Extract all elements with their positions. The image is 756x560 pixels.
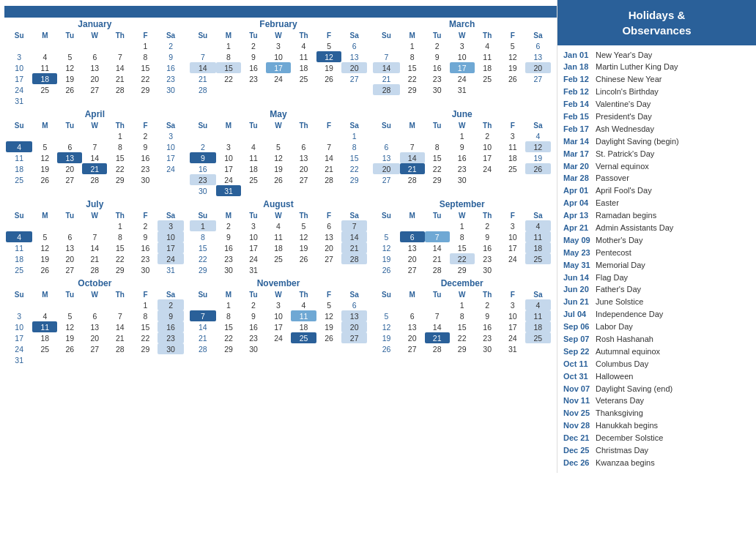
calendar-day[interactable]: 15 (133, 62, 158, 73)
calendar-day[interactable]: 22 (107, 163, 133, 174)
calendar-day[interactable] (525, 84, 551, 95)
calendar-day[interactable]: 19 (373, 253, 399, 264)
calendar-day[interactable]: 1 (133, 40, 158, 51)
calendar-day[interactable]: 3 (158, 220, 183, 231)
calendar-day[interactable]: 19 (32, 253, 57, 264)
calendar-day[interactable]: 15 (133, 321, 158, 332)
calendar-day[interactable]: 3 (450, 40, 475, 51)
calendar-day[interactable]: 5 (316, 40, 341, 51)
calendar-day[interactable]: 14 (190, 62, 216, 73)
calendar-day[interactable]: 24 (266, 332, 291, 343)
calendar-day[interactable]: 27 (373, 174, 399, 185)
calendar-day[interactable] (475, 174, 500, 185)
calendar-day[interactable]: 10 (266, 310, 291, 321)
calendar-day[interactable]: 21 (82, 163, 107, 174)
calendar-day[interactable]: 13 (373, 152, 399, 163)
calendar-day[interactable]: 28 (82, 174, 107, 185)
calendar-day[interactable]: 13 (341, 310, 367, 321)
calendar-day[interactable] (316, 343, 341, 354)
calendar-day[interactable]: 29 (425, 174, 450, 185)
calendar-day[interactable]: 1 (216, 299, 241, 310)
calendar-day[interactable]: 19 (291, 242, 316, 253)
calendar-day[interactable]: 18 (241, 163, 266, 174)
calendar-day[interactable]: 27 (341, 332, 367, 343)
calendar-day[interactable]: 3 (241, 220, 266, 231)
calendar-day[interactable]: 13 (400, 242, 425, 253)
calendar-day[interactable]: 7 (82, 231, 107, 242)
calendar-day[interactable]: 10 (450, 51, 475, 62)
calendar-day[interactable]: 6 (82, 310, 107, 321)
calendar-day[interactable]: 3 (266, 299, 291, 310)
calendar-day[interactable] (82, 130, 107, 141)
calendar-day[interactable]: 11 (266, 231, 291, 242)
calendar-day[interactable]: 2 (190, 141, 216, 152)
calendar-day[interactable]: 20 (341, 321, 367, 332)
calendar-day[interactable]: 22 (216, 332, 241, 343)
calendar-day[interactable] (216, 84, 241, 95)
calendar-day[interactable] (316, 264, 341, 275)
calendar-day[interactable]: 5 (500, 40, 525, 51)
calendar-day[interactable]: 26 (373, 343, 399, 354)
calendar-day[interactable]: 6 (82, 51, 107, 62)
calendar-day[interactable] (133, 354, 158, 365)
calendar-day[interactable]: 5 (266, 141, 291, 152)
calendar-day[interactable] (82, 354, 107, 365)
calendar-day[interactable] (291, 264, 316, 275)
calendar-day[interactable]: 17 (6, 73, 32, 84)
calendar-day[interactable]: 30 (216, 264, 241, 275)
calendar-day[interactable]: 22 (341, 163, 367, 174)
calendar-day[interactable]: 13 (82, 62, 107, 73)
calendar-day[interactable]: 9 (190, 152, 216, 163)
calendar-day[interactable]: 5 (57, 310, 82, 321)
calendar-day[interactable]: 30 (241, 343, 266, 354)
calendar-day[interactable] (6, 130, 32, 141)
calendar-day[interactable]: 5 (373, 310, 399, 321)
calendar-day[interactable]: 21 (82, 253, 107, 264)
calendar-day[interactable] (373, 220, 399, 231)
calendar-day[interactable] (32, 130, 57, 141)
calendar-day[interactable] (266, 185, 291, 196)
calendar-day[interactable] (425, 130, 450, 141)
calendar-day[interactable]: 8 (425, 141, 450, 152)
calendar-day[interactable]: 23 (450, 163, 475, 174)
calendar-day[interactable]: 22 (190, 253, 216, 264)
calendar-day[interactable] (291, 130, 316, 141)
calendar-day[interactable]: 28 (425, 264, 450, 275)
calendar-day[interactable]: 7 (190, 51, 216, 62)
calendar-day[interactable]: 13 (57, 152, 82, 163)
calendar-day[interactable]: 7 (82, 141, 107, 152)
calendar-day[interactable]: 9 (133, 141, 158, 152)
calendar-day[interactable]: 2 (158, 299, 183, 310)
calendar-day[interactable]: 27 (82, 84, 107, 95)
calendar-day[interactable]: 5 (32, 231, 57, 242)
calendar-day[interactable]: 24 (6, 84, 32, 95)
calendar-day[interactable]: 8 (216, 51, 241, 62)
calendar-day[interactable]: 23 (158, 332, 183, 343)
calendar-day[interactable] (373, 299, 399, 310)
calendar-day[interactable]: 18 (475, 62, 500, 73)
calendar-day[interactable]: 14 (316, 152, 341, 163)
calendar-day[interactable]: 25 (475, 73, 500, 84)
calendar-day[interactable]: 12 (316, 310, 341, 321)
calendar-day[interactable]: 6 (400, 231, 425, 242)
calendar-day[interactable]: 2 (475, 220, 500, 231)
calendar-day[interactable]: 22 (216, 73, 241, 84)
calendar-day[interactable]: 1 (400, 40, 425, 51)
calendar-day[interactable] (82, 299, 107, 310)
calendar-day[interactable]: 6 (341, 40, 367, 51)
calendar-day[interactable]: 26 (373, 264, 399, 275)
calendar-day[interactable] (373, 40, 399, 51)
calendar-day[interactable]: 18 (6, 163, 32, 174)
calendar-day[interactable]: 10 (500, 231, 525, 242)
calendar-day[interactable]: 11 (6, 242, 32, 253)
calendar-day[interactable]: 12 (57, 62, 82, 73)
calendar-day[interactable]: 4 (6, 231, 32, 242)
calendar-day[interactable] (107, 354, 133, 365)
calendar-day[interactable]: 4 (6, 141, 32, 152)
calendar-day[interactable]: 26 (57, 84, 82, 95)
calendar-day[interactable]: 14 (373, 62, 399, 73)
calendar-day[interactable]: 17 (158, 242, 183, 253)
calendar-day[interactable]: 4 (291, 299, 316, 310)
calendar-day[interactable]: 23 (475, 253, 500, 264)
calendar-day[interactable]: 28 (341, 253, 367, 264)
